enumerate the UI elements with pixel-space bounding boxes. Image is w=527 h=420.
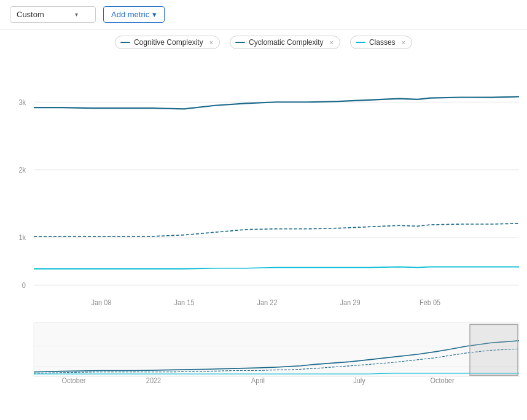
- svg-text:3k: 3k: [18, 98, 26, 106]
- chevron-down-icon: ▾: [152, 10, 157, 19]
- custom-select[interactable]: Custom ▾: [10, 6, 96, 23]
- svg-text:2022: 2022: [146, 377, 161, 385]
- legend-item-cognitive[interactable]: Cognitive Complexity ×: [115, 36, 220, 49]
- svg-text:April: April: [251, 377, 265, 385]
- chevron-down-icon: ▾: [75, 11, 78, 18]
- legend-item-classes[interactable]: Classes ×: [350, 36, 412, 49]
- svg-text:0: 0: [22, 281, 26, 289]
- legend-label-classes: Classes: [369, 38, 396, 47]
- svg-text:July: July: [353, 377, 365, 385]
- classes-line: [34, 267, 519, 269]
- add-metric-button[interactable]: Add metric ▾: [103, 6, 165, 23]
- main-chart-area: 3k 2k 1k 0 Jan 08 Jan 15 Jan 22 Jan 29 F…: [0, 55, 527, 387]
- close-icon-cognitive[interactable]: ×: [209, 39, 213, 46]
- legend-line-classes: [356, 42, 365, 43]
- svg-text:October: October: [430, 377, 454, 385]
- legend-line-cognitive: [120, 42, 130, 43]
- legend-item-cyclomatic[interactable]: Cyclomatic Complexity ×: [230, 36, 340, 49]
- cognitive-complexity-line: [34, 96, 519, 109]
- svg-text:Jan 22: Jan 22: [257, 299, 277, 307]
- svg-text:1k: 1k: [18, 234, 26, 242]
- svg-text:October: October: [61, 377, 85, 385]
- cyclomatic-complexity-line: [34, 224, 519, 236]
- svg-text:Jan 15: Jan 15: [174, 299, 194, 307]
- top-bar: Custom ▾ Add metric ▾: [0, 0, 527, 29]
- custom-select-label: Custom: [17, 10, 44, 19]
- svg-text:Jan 29: Jan 29: [340, 299, 360, 307]
- svg-text:Feb 05: Feb 05: [420, 299, 440, 307]
- close-icon-cyclomatic[interactable]: ×: [329, 39, 333, 46]
- legend-line-cyclomatic: [235, 42, 245, 43]
- add-metric-label: Add metric: [111, 10, 149, 19]
- svg-rect-21: [470, 324, 518, 375]
- close-icon-classes[interactable]: ×: [402, 39, 405, 46]
- legend-label-cyclomatic: Cyclomatic Complexity: [249, 38, 323, 47]
- legend-label-cognitive: Cognitive Complexity: [134, 38, 203, 47]
- main-chart-svg: 3k 2k 1k 0 Jan 08 Jan 15 Jan 22 Jan 29 F…: [0, 61, 527, 387]
- svg-text:2k: 2k: [18, 166, 26, 174]
- svg-text:Jan 08: Jan 08: [91, 299, 111, 307]
- legend-bar: Cognitive Complexity × Cyclomatic Comple…: [0, 29, 527, 55]
